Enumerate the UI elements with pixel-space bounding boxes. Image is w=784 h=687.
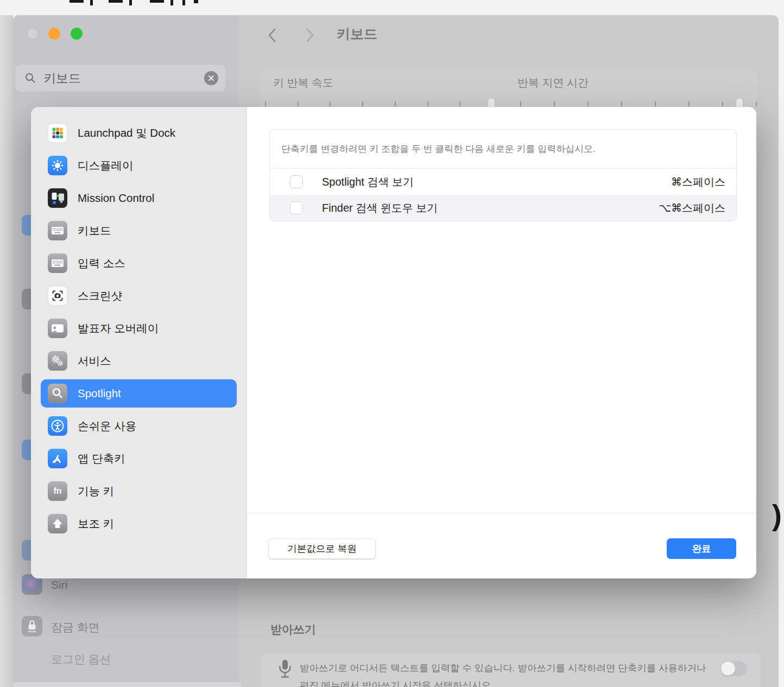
cropped-paren-artifact: ) xyxy=(772,498,782,532)
shortcut-keys[interactable]: ⌘스페이스 xyxy=(671,175,725,189)
screen: 키보드 Siri xyxy=(0,0,784,687)
sidebar-item-label: 기능 키 xyxy=(78,484,114,499)
shortcut-row-finder-search[interactable]: Finder 검색 윈도우 보기 ⌥⌘스페이스 xyxy=(270,195,736,221)
mission-control-icon xyxy=(48,188,67,208)
cropped-text-artifact xyxy=(69,0,84,3)
toggle-knob xyxy=(721,661,735,676)
shortcut-keys[interactable]: ⌥⌘스페이스 xyxy=(659,201,725,215)
shortcut-label: Finder 검색 윈도우 보기 xyxy=(322,201,438,215)
shortcut-label: Spotlight 검색 보기 xyxy=(322,175,414,189)
sidebar-item-accessibility[interactable]: 손쉬운 사용 xyxy=(31,412,246,444)
clear-search-icon[interactable] xyxy=(204,71,218,85)
restore-defaults-button[interactable]: 기본값으로 복원 xyxy=(268,538,376,559)
sidebar-item-label: Spotlight xyxy=(78,387,121,400)
sidebar-item-function-keys[interactable]: fn 기능 키 xyxy=(31,477,246,510)
sidebar-item-label: 디스플레이 xyxy=(78,158,134,173)
modifier-keys-icon xyxy=(48,514,67,533)
dictation-toggle[interactable] xyxy=(720,661,747,676)
repeat-delay-slider[interactable] xyxy=(520,101,757,106)
sidebar-item-presenter-overlay[interactable]: 발표자 오버레이 xyxy=(31,314,246,347)
sidebar-item-label: 발표자 오버레이 xyxy=(78,321,159,336)
cropped-text-artifact xyxy=(170,0,173,5)
display-icon xyxy=(48,156,67,175)
dictation-description-line2: 편집 메뉴에서 받아쓰기 시작을 선택하십시오. xyxy=(300,679,494,687)
finder-search-checkbox[interactable] xyxy=(290,201,303,214)
key-repeat-speed-label: 키 반복 속도 xyxy=(273,75,333,90)
sidebar-item-modifier-keys[interactable]: 보조 키 xyxy=(31,510,246,542)
shortcuts-panel: 단축키를 변경하려면 키 조합을 두 번 클릭한 다음 새로운 키를 입력하십시… xyxy=(247,107,756,578)
sidebar-item-keyboard[interactable]: 키보드 xyxy=(31,217,246,249)
accessibility-icon xyxy=(48,416,67,436)
window-edge-strip xyxy=(0,15,13,687)
lock-screen-icon[interactable] xyxy=(22,616,42,637)
sidebar-item-label: 키보드 xyxy=(78,223,111,238)
done-button[interactable]: 완료 xyxy=(667,538,736,559)
sidebar-item-mission-control[interactable]: Mission Control xyxy=(31,184,246,217)
sidebar-item-label: 손쉬운 사용 xyxy=(78,418,136,434)
cropped-text-artifact xyxy=(109,0,123,3)
sidebar-item-label: Launchpad 및 Dock xyxy=(78,125,175,141)
forward-chevron-icon[interactable] xyxy=(302,27,317,43)
keyboard-icon xyxy=(48,221,67,240)
search-input[interactable]: 키보드 xyxy=(15,64,226,92)
search-value: 키보드 xyxy=(43,70,204,87)
sidebar-item-label: Mission Control xyxy=(78,192,154,205)
services-icon xyxy=(48,351,67,371)
shortcuts-sidebar: Launchpad 및 Dock xyxy=(31,107,247,578)
app-shortcuts-icon xyxy=(48,449,67,468)
keyboard-shortcuts-dialog: Launchpad 및 Dock xyxy=(31,107,756,578)
window-zoom-button[interactable] xyxy=(71,28,83,40)
window-bottom-strip xyxy=(13,682,241,687)
sidebar-item-siri[interactable]: Siri xyxy=(51,578,67,591)
cropped-text-artifact xyxy=(182,0,185,5)
sidebar-item-launchpad-dock[interactable]: Launchpad 및 Dock xyxy=(31,119,246,151)
sidebar-item-spotlight[interactable]: Spotlight xyxy=(31,379,246,412)
sidebar-item-app-shortcuts[interactable]: 앱 단축키 xyxy=(31,444,246,477)
dictation-card: 받아쓰기로 어디서든 텍스트를 입력할 수 있습니다. 받아쓰기를 시작하려면 … xyxy=(261,653,761,687)
spotlight-search-checkbox[interactable] xyxy=(290,175,303,188)
sidebar-item-login-options[interactable]: 로그인 옵션 xyxy=(51,652,111,667)
sidebar-item-input-sources[interactable]: 입력 소스 xyxy=(31,249,246,282)
sidebar-item-screenshots[interactable]: 스크린샷 xyxy=(31,282,246,314)
footer-divider xyxy=(247,513,756,513)
shortcuts-instruction: 단축키를 변경하려면 키 조합을 두 번 클릭한 다음 새로운 키를 입력하십시… xyxy=(270,130,736,169)
sidebar-item-label: 스크린샷 xyxy=(78,288,122,303)
back-chevron-icon[interactable] xyxy=(265,27,280,43)
repeat-delay-label: 반복 지연 시간 xyxy=(517,75,589,90)
spotlight-icon xyxy=(48,384,67,403)
launchpad-icon xyxy=(48,123,67,143)
sidebar-item-services[interactable]: 서비스 xyxy=(31,347,246,379)
shortcut-row-spotlight-search[interactable]: Spotlight 검색 보기 ⌘스페이스 xyxy=(270,169,736,195)
microphone-icon xyxy=(278,658,292,686)
cropped-text-artifact xyxy=(194,0,198,3)
page-title: 키보드 xyxy=(337,25,377,43)
shortcuts-card: 단축키를 변경하려면 키 조합을 두 번 클릭한 다음 새로운 키를 입력하십시… xyxy=(269,129,737,221)
search-icon xyxy=(24,72,36,84)
dictation-heading: 받아쓰기 xyxy=(270,622,316,637)
key-repeat-slider[interactable] xyxy=(265,101,492,106)
function-keys-icon: fn xyxy=(48,481,67,501)
sidebar-item-lock-screen[interactable]: 잠금 화면 xyxy=(51,620,100,635)
window-minimize-button[interactable] xyxy=(48,28,60,40)
dictation-description-line1: 받아쓰기로 어디서든 텍스트를 입력할 수 있습니다. 받아쓰기를 시작하려면 … xyxy=(300,661,706,675)
presenter-overlay-icon xyxy=(48,319,67,338)
window-close-button[interactable] xyxy=(27,28,39,40)
cropped-text-artifact xyxy=(129,0,132,5)
sidebar-item-label: 앱 단축키 xyxy=(78,451,125,466)
input-sources-icon xyxy=(48,253,67,273)
sidebar-item-label: 보조 키 xyxy=(78,516,114,531)
sidebar-item-displays[interactable]: 디스플레이 xyxy=(31,151,246,184)
sidebar-item-label: 서비스 xyxy=(78,353,111,368)
cropped-text-artifact xyxy=(90,0,93,5)
cropped-text-artifact xyxy=(150,0,164,3)
sidebar-item-label: 입력 소스 xyxy=(78,256,125,271)
screenshot-icon xyxy=(48,286,67,306)
